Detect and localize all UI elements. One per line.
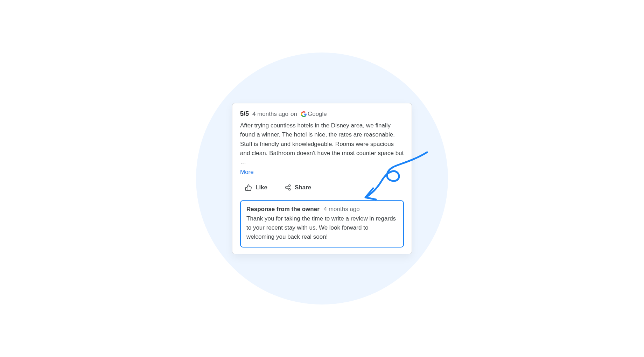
owner-response-body: Thank you for taking the time to write a… [246, 214, 398, 242]
review-card: 5/5 4 months ago on Google After trying … [232, 103, 412, 254]
rating-score: 5/5 [240, 110, 249, 118]
owner-response-title: Response from the owner [246, 206, 320, 213]
svg-line-4 [287, 186, 288, 187]
review-header: 5/5 4 months ago on Google [240, 110, 404, 118]
source-name: Google [308, 111, 327, 118]
like-button[interactable]: Like [244, 182, 269, 193]
share-button[interactable]: Share [283, 182, 313, 193]
review-timestamp: 4 months ago [252, 111, 288, 118]
more-link[interactable]: More [240, 169, 254, 176]
owner-response-header: Response from the owner 4 months ago [246, 206, 398, 213]
thumbs-up-icon [245, 184, 252, 191]
owner-response-timestamp: 4 months ago [324, 206, 360, 213]
source-on-label: on [290, 111, 297, 118]
actions-row: Like Share [240, 182, 404, 193]
svg-line-3 [287, 188, 288, 189]
review-body: After trying countless hotels in the Dis… [240, 121, 404, 167]
share-label: Share [295, 184, 311, 191]
google-g-icon [301, 111, 307, 117]
share-icon [284, 184, 291, 191]
owner-response-box: Response from the owner 4 months ago Tha… [240, 200, 404, 247]
like-label: Like [255, 184, 267, 191]
google-logo: Google [301, 111, 327, 118]
